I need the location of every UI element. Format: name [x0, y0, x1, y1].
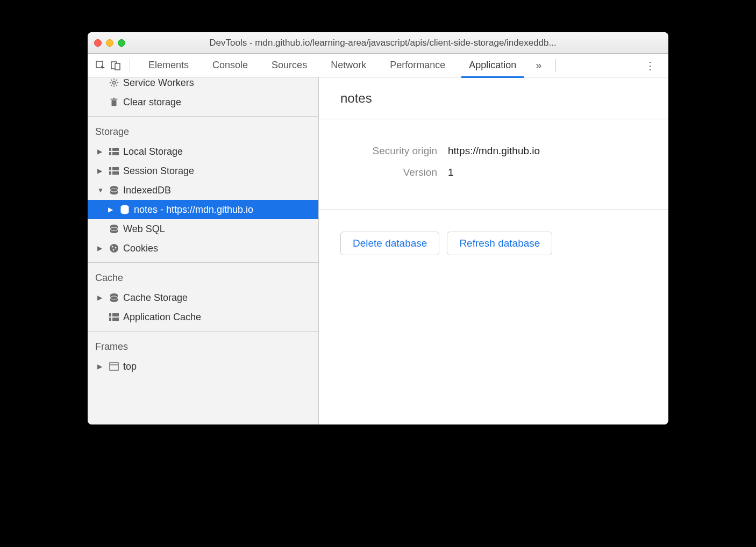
- titlebar: DevTools - mdn.github.io/learning-area/j…: [88, 32, 668, 54]
- kebab-menu-icon[interactable]: ⋮: [637, 59, 663, 72]
- tab-application[interactable]: Application: [457, 54, 528, 77]
- sidebar-item-indexeddb[interactable]: ▼ IndexedDB: [88, 181, 318, 200]
- prop-version: Version 1: [340, 167, 647, 178]
- sidebar-item-label: Cookies: [123, 243, 158, 254]
- toolbar-divider: [555, 59, 556, 72]
- svg-point-24: [113, 249, 115, 251]
- grid-icon: [108, 313, 120, 321]
- section-heading: Cache: [88, 267, 318, 288]
- application-sidebar: Service Workers Clear storage Storage ▶: [88, 77, 319, 424]
- section-frames: Frames ▶ top: [88, 332, 318, 380]
- svg-rect-4: [112, 100, 117, 106]
- section-heading: Frames: [88, 336, 318, 357]
- svg-point-23: [115, 247, 117, 249]
- sidebar-item-indexeddb-notes[interactable]: ▶ notes - https://mdn.github.io: [88, 200, 318, 219]
- devtools-window: DevTools - mdn.github.io/learning-area/j…: [88, 32, 668, 424]
- delete-database-button[interactable]: Delete database: [340, 232, 439, 255]
- chevron-down-icon: ▼: [97, 186, 105, 194]
- minimize-icon[interactable]: [106, 39, 113, 47]
- trash-icon: [108, 97, 120, 107]
- sidebar-item-label: Application Cache: [123, 312, 201, 323]
- sidebar-item-clear-storage[interactable]: Clear storage: [88, 92, 318, 112]
- sidebar-item-application-cache[interactable]: Application Cache: [88, 307, 318, 327]
- prop-value: 1: [448, 167, 454, 178]
- chevron-right-icon: ▶: [108, 206, 116, 213]
- sidebar-item-cache-storage[interactable]: ▶ Cache Storage: [88, 288, 318, 307]
- svg-point-22: [112, 246, 113, 248]
- chevron-right-icon: ▶: [97, 148, 105, 155]
- more-tabs-icon[interactable]: »: [528, 59, 549, 71]
- tab-performance[interactable]: Performance: [378, 54, 457, 77]
- sidebar-item-web-sql[interactable]: Web SQL: [88, 219, 318, 239]
- sidebar-item-session-storage[interactable]: ▶ Session Storage: [88, 161, 318, 181]
- svg-rect-31: [110, 363, 118, 370]
- database-icon: [119, 205, 131, 214]
- sidebar-item-label: notes - https://mdn.github.io: [134, 204, 253, 215]
- device-toolbar-icon[interactable]: [108, 58, 123, 73]
- svg-rect-2: [115, 63, 120, 70]
- tab-sources[interactable]: Sources: [260, 54, 319, 77]
- svg-rect-14: [112, 171, 119, 175]
- prop-label: Version: [340, 167, 448, 178]
- cookie-icon: [108, 243, 120, 253]
- sidebar-item-label: Local Storage: [123, 146, 183, 157]
- svg-point-21: [110, 244, 118, 253]
- chevron-right-icon: ▶: [97, 244, 105, 252]
- svg-rect-30: [112, 318, 119, 321]
- svg-rect-13: [109, 171, 111, 175]
- database-icon: [108, 224, 120, 234]
- inspect-element-icon[interactable]: [93, 58, 108, 73]
- window-title: DevTools - mdn.github.io/learning-area/j…: [136, 38, 630, 48]
- sidebar-item-label: Session Storage: [123, 165, 194, 177]
- prop-label: Security origin: [340, 145, 448, 157]
- toolbar-divider: [130, 59, 130, 72]
- prop-security-origin: Security origin https://mdn.github.io: [340, 145, 647, 157]
- sidebar-item-top-frame[interactable]: ▶ top: [88, 357, 318, 376]
- main-panel: notes Security origin https://mdn.github…: [319, 77, 668, 424]
- tab-console[interactable]: Console: [201, 54, 260, 77]
- grid-icon: [108, 148, 120, 155]
- svg-rect-6: [113, 98, 115, 99]
- refresh-database-button[interactable]: Refresh database: [447, 232, 552, 255]
- sidebar-item-label: Service Workers: [123, 77, 194, 89]
- gear-icon: [108, 78, 120, 88]
- svg-rect-12: [112, 167, 119, 170]
- prop-value: https://mdn.github.io: [448, 145, 540, 157]
- svg-rect-10: [112, 152, 119, 155]
- chevron-right-icon: ▶: [97, 167, 105, 175]
- svg-point-3: [112, 81, 115, 84]
- sidebar-item-local-storage[interactable]: ▶ Local Storage: [88, 142, 318, 161]
- svg-point-18: [121, 208, 129, 211]
- tab-elements[interactable]: Elements: [137, 54, 201, 77]
- svg-rect-5: [111, 99, 118, 100]
- section-cache: Cache ▶ Cache Storage Application Cache: [88, 263, 318, 332]
- tab-network[interactable]: Network: [319, 54, 378, 77]
- zoom-icon[interactable]: [118, 39, 125, 47]
- traffic-lights: [94, 39, 125, 47]
- section-storage: Storage ▶ Local Storage ▶ Session Storag…: [88, 117, 318, 263]
- sidebar-item-label: IndexedDB: [123, 185, 171, 196]
- grid-icon: [108, 167, 120, 175]
- close-icon[interactable]: [94, 39, 102, 47]
- sidebar-item-label: top: [123, 361, 137, 372]
- database-actions: Delete database Refresh database: [319, 210, 668, 277]
- svg-rect-9: [109, 152, 111, 155]
- database-icon: [108, 293, 120, 303]
- section-heading: Storage: [88, 121, 318, 142]
- section-application: Service Workers Clear storage: [88, 77, 318, 117]
- database-properties: Security origin https://mdn.github.io Ve…: [319, 119, 668, 210]
- sidebar-item-service-workers[interactable]: Service Workers: [88, 77, 318, 92]
- sidebar-item-cookies[interactable]: ▶ Cookies: [88, 239, 318, 258]
- database-icon: [108, 185, 120, 195]
- svg-rect-8: [112, 148, 119, 151]
- svg-rect-7: [109, 148, 111, 151]
- database-heading: notes: [319, 77, 668, 119]
- svg-rect-28: [112, 313, 119, 316]
- content-area: Service Workers Clear storage Storage ▶: [88, 77, 668, 424]
- devtools-toolbar: Elements Console Sources Network Perform…: [88, 54, 668, 77]
- sidebar-item-label: Clear storage: [123, 97, 181, 108]
- frame-icon: [108, 362, 120, 371]
- svg-rect-11: [109, 167, 111, 170]
- sidebar-item-label: Cache Storage: [123, 292, 188, 304]
- chevron-right-icon: ▶: [97, 363, 105, 370]
